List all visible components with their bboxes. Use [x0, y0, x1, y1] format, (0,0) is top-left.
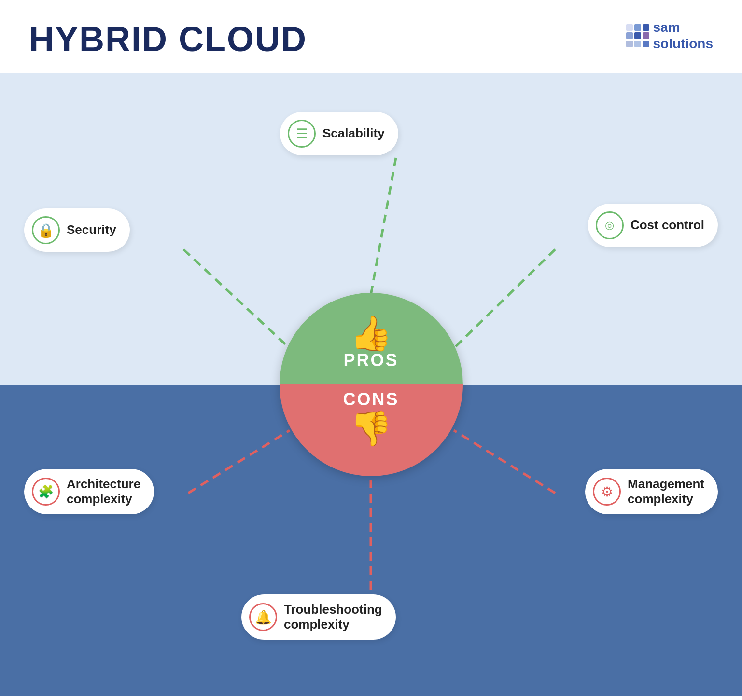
- logo-text: sam solutions: [653, 19, 713, 52]
- logo: sam solutions: [626, 19, 713, 52]
- diagram-container: 👍 PROS CONS 👎 ☰ Scalability 🔒 Security ◎…: [0, 73, 742, 696]
- header: HYBRID CLOUD sam solutions: [0, 0, 742, 73]
- page-title: HYBRID CLOUD: [29, 19, 307, 59]
- cons-area: [0, 385, 742, 697]
- logo-cubes: [626, 24, 649, 47]
- pros-area: [0, 73, 742, 385]
